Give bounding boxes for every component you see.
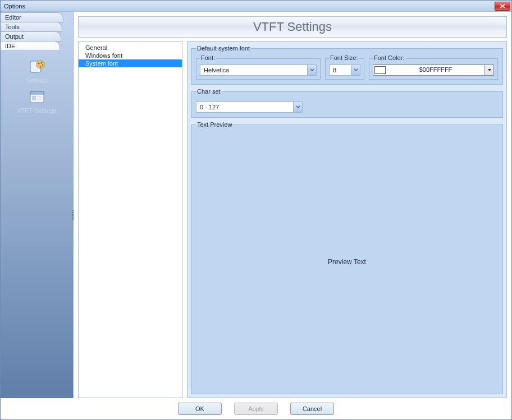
cancel-button[interactable]: Cancel	[290, 403, 334, 415]
options-window: Options Editor Tools Output IDE	[0, 0, 512, 420]
window-title: Options	[4, 3, 25, 10]
svg-point-4	[42, 64, 43, 66]
svg-rect-9	[37, 96, 42, 98]
close-button[interactable]	[495, 2, 510, 11]
sidebar-item-vtft[interactable]: VTFT Settings	[1, 87, 73, 116]
sidebar: Editor Tools Output IDE	[1, 12, 74, 398]
tree-item-label: Windows font	[85, 52, 122, 59]
settings-pane: Default system font Font: Helvetica	[187, 41, 507, 398]
tree-item-label: System font	[85, 60, 118, 67]
apply-button[interactable]: Apply	[234, 403, 278, 415]
close-icon	[500, 4, 505, 8]
font-size-group: Font Size: 8	[325, 58, 364, 80]
svg-point-5	[39, 66, 41, 68]
sidebar-tab-editor[interactable]: Editor	[1, 12, 63, 22]
charset-combo[interactable]: 0 - 127	[196, 101, 303, 113]
sidebar-tab-ide[interactable]: IDE	[1, 41, 60, 51]
ok-button[interactable]: OK	[178, 403, 222, 415]
font-color-group: Font Color: $00FFFFFF	[369, 58, 498, 80]
chevron-down-icon	[484, 65, 493, 75]
chevron-down-icon	[307, 65, 316, 75]
text-preview-group: Text Preview Preview Text	[191, 121, 503, 394]
font-label: Font:	[200, 54, 216, 61]
svg-rect-10	[37, 99, 42, 100]
svg-point-2	[38, 63, 39, 64]
main-panel: VTFT Settings General Windows font Syste…	[74, 12, 511, 398]
charset-group: Char set 0 - 127	[191, 88, 503, 118]
sidebar-item-label: VTFT Settings	[17, 107, 56, 114]
font-color-value: $00FFFFFF	[387, 65, 484, 75]
footer: OK Apply Cancel	[1, 398, 511, 419]
chevron-down-icon	[293, 102, 302, 112]
tree-item-system-font[interactable]: System font	[79, 59, 182, 67]
svg-rect-8	[32, 96, 36, 100]
charset-value: 0 - 127	[196, 102, 293, 112]
window-icon	[28, 88, 46, 106]
default-font-group: Default system font Font: Helvetica	[191, 45, 503, 85]
button-label: OK	[195, 405, 204, 412]
palette-icon	[28, 58, 46, 76]
svg-rect-7	[30, 91, 44, 94]
sidebar-tab-label: Output	[5, 33, 24, 40]
sidebar-item-settings[interactable]: Settings	[1, 57, 73, 86]
tree-item-windows-font[interactable]: Windows font	[79, 52, 182, 59]
sidebar-tab-label: Tools	[5, 24, 20, 30]
font-size-value: 8	[330, 65, 351, 75]
font-color-combo[interactable]: $00FFFFFF	[373, 64, 494, 76]
font-combo[interactable]: Helvetica	[200, 64, 317, 76]
sidebar-items: Settings VTFT Settings	[1, 57, 73, 116]
font-size-label: Font Size:	[329, 54, 359, 61]
settings-tree[interactable]: General Windows font System font	[78, 41, 182, 398]
tree-item-general[interactable]: General	[79, 44, 182, 52]
tree-item-label: General	[85, 44, 107, 51]
page-title-text: VTFT Settings	[253, 20, 332, 34]
sidebar-item-label: Settings	[26, 77, 48, 84]
font-value: Helvetica	[200, 65, 307, 75]
color-swatch	[374, 66, 386, 74]
sidebar-tab-tools[interactable]: Tools	[1, 22, 62, 32]
button-label: Cancel	[303, 405, 322, 412]
resize-grip[interactable]	[71, 208, 75, 221]
chevron-down-icon	[351, 65, 360, 75]
sidebar-tab-label: Editor	[5, 14, 21, 21]
title-bar: Options	[1, 1, 511, 12]
button-label: Apply	[248, 405, 264, 412]
preview-label: Text Preview	[196, 121, 233, 128]
svg-point-3	[40, 62, 42, 64]
group-legend: Default system font	[196, 45, 251, 52]
page-title: VTFT Settings	[78, 16, 507, 38]
font-color-label: Font Color:	[373, 54, 405, 61]
preview-text: Preview Text	[328, 258, 366, 266]
sidebar-tab-label: IDE	[5, 43, 15, 49]
font-group: Font: Helvetica	[196, 58, 321, 80]
sidebar-tab-output[interactable]: Output	[1, 31, 61, 41]
font-size-combo[interactable]: 8	[329, 64, 360, 76]
charset-label: Char set	[196, 88, 222, 95]
window-buttons	[495, 2, 510, 11]
